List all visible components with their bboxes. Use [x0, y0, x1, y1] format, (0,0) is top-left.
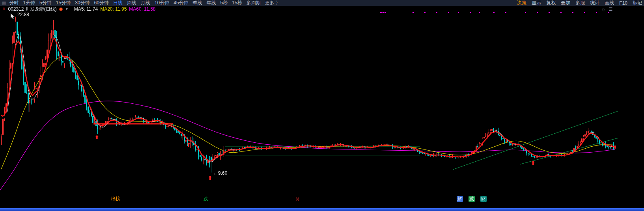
stock-flag-icon: ⬆: [2, 7, 6, 11]
toolbar-period-item[interactable]: 60分钟: [94, 0, 109, 6]
event-marker[interactable]: 解: [457, 196, 463, 202]
candlestick-chart[interactable]: [0, 6, 644, 208]
bottom-taskbar-edge[interactable]: [0, 208, 644, 211]
toolbar-period-item[interactable]: 10分钟: [155, 0, 169, 6]
chart-header: ⬆ 002312 川发龙蟒(日线) ▼ MA5: 11.74 MA20: 11.…: [2, 7, 155, 11]
toolbar-period-item[interactable]: 更多 〉: [265, 0, 280, 6]
menu-icon[interactable]: ☰: [609, 7, 612, 12]
diamond-icon[interactable]: ◇: [602, 7, 605, 12]
toolbar-period-item[interactable]: 月线: [141, 0, 150, 6]
toolbar-tool-item[interactable]: 多股: [575, 0, 585, 6]
toolbar-period-item[interactable]: 日线: [113, 0, 123, 6]
high-price-label: 22.88: [17, 12, 29, 17]
period-toolbar: ▦ 分时1分钟5分钟15分钟30分钟60分钟日线周线月线10分钟45分钟季线年线…: [0, 0, 644, 6]
stock-title: 002312 川发龙蟒(日线): [8, 7, 56, 11]
toolbar-tool-item[interactable]: F10: [619, 0, 627, 6]
toolbar-tool-item[interactable]: 决策: [517, 0, 526, 6]
event-marker[interactable]: 财: [480, 196, 487, 202]
toolbar-period-item[interactable]: 5分钟: [39, 0, 52, 6]
marker-dot-icon[interactable]: [59, 7, 63, 11]
toolbar-left: 分时1分钟5分钟15分钟30分钟60分钟日线周线月线10分钟45分钟季线年线5秒…: [9, 0, 285, 6]
toolbar-tool-item[interactable]: 叠加: [561, 0, 570, 6]
toolbar-tool-item[interactable]: 画线: [605, 0, 614, 6]
event-marker[interactable]: 涨榜: [111, 196, 120, 202]
toolbar-tool-item[interactable]: 标记: [633, 0, 642, 6]
event-marker[interactable]: 减: [469, 196, 475, 202]
toolbar-period-item[interactable]: 5秒: [220, 0, 228, 6]
toolbar-tool-item[interactable]: 统计: [590, 0, 599, 6]
toolbar-period-item[interactable]: 周线: [127, 0, 136, 6]
toolbar-period-item[interactable]: 15秒: [232, 0, 242, 6]
ma20-label: MA20: 11.95: [100, 7, 127, 11]
toolbar-period-item[interactable]: 年线: [207, 0, 216, 6]
toolbar-period-item[interactable]: 季线: [193, 0, 202, 6]
toolbar-tool-item[interactable]: 显示: [532, 0, 541, 6]
ma60-label: MA60: 11.58: [129, 7, 155, 11]
ma5-label: MA5: 11.74: [74, 7, 98, 11]
right-divider: [619, 6, 619, 208]
toolbar-period-item[interactable]: 45分钟: [174, 0, 188, 6]
toolbar-period-item[interactable]: 15分钟: [56, 0, 71, 6]
event-marker[interactable]: §: [296, 196, 299, 202]
chevron-down-icon[interactable]: ▼: [65, 7, 69, 11]
toolbar-period-item[interactable]: 分时: [9, 0, 19, 6]
event-marker[interactable]: 跌: [203, 196, 208, 202]
toolbar-right: 决策显示复权叠加多股统计画线F10标记: [512, 0, 642, 6]
toolbar-period-item[interactable]: 1分钟: [23, 0, 35, 6]
toolbar-period-item[interactable]: 多周期: [246, 0, 261, 6]
toolbar-period-item[interactable]: 30分钟: [75, 0, 90, 6]
toolbar-tool-item[interactable]: 复权: [546, 0, 556, 6]
bottom-markers: 涨榜跌§解减财: [0, 196, 644, 202]
window-icon[interactable]: ▦: [2, 0, 6, 6]
low-price-label: ←9.60: [213, 171, 227, 176]
mouse-cursor: [10, 13, 15, 20]
app-window: ▦ 分时1分钟5分钟15分钟30分钟60分钟日线周线月线10分钟45分钟季线年线…: [0, 0, 644, 211]
panel-icons: ◇ ☰: [602, 7, 612, 12]
